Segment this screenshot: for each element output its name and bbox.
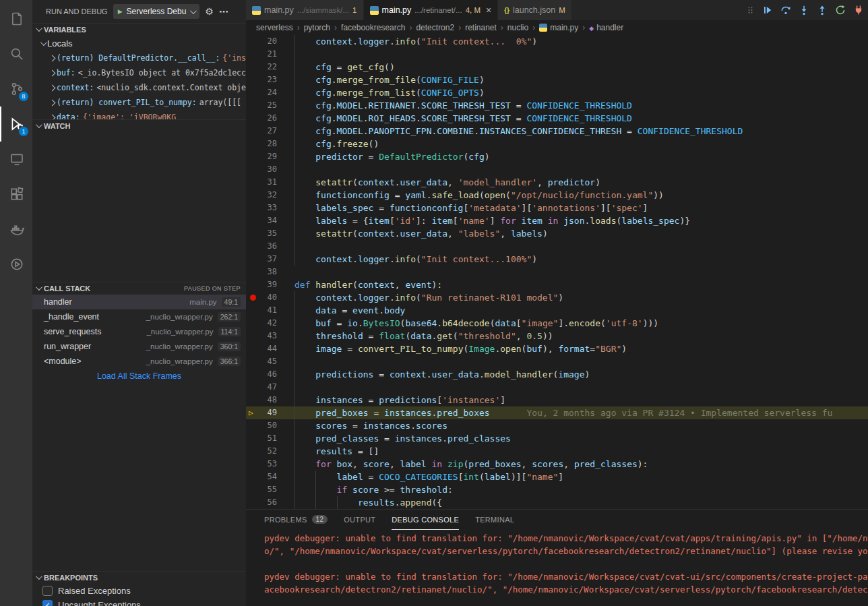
line-gutter[interactable]: 40 (246, 291, 277, 304)
line-gutter[interactable]: 31 (246, 176, 277, 189)
line-gutter[interactable]: 30 (246, 163, 277, 176)
breakpoint-row[interactable]: Raised Exceptions (32, 584, 246, 598)
restart-button[interactable] (835, 5, 846, 16)
panel-tab-debug-console[interactable]: DEBUG CONSOLE (392, 510, 459, 530)
code-line[interactable]: 25cfg.MODEL.RETINANET.SCORE_THRESH_TEST … (246, 99, 868, 112)
line-gutter[interactable]: 38 (246, 266, 277, 278)
line-gutter[interactable]: 28 (246, 138, 277, 150)
variable-row[interactable]: buf:<_io.BytesIO object at 0x7f5a2dc1ecc… (32, 65, 246, 80)
code-line[interactable]: 51pred_classes = instances.pred_classes (246, 432, 868, 445)
code-line[interactable]: 46predictions = context.user_data.model_… (246, 368, 868, 381)
line-gutter[interactable]: 35 (246, 227, 277, 240)
line-gutter[interactable]: 50 (246, 419, 277, 432)
breakpoint-row[interactable]: Uncaught Exceptions (32, 598, 246, 606)
code-line[interactable]: 23cfg.merge_from_file(CONFIG_FILE) (246, 73, 868, 86)
line-gutter[interactable]: 44 (246, 342, 277, 355)
variables-scope-locals[interactable]: Locals (32, 36, 246, 51)
step-into-button[interactable] (799, 5, 809, 16)
load-all-stack-frames-link[interactable]: Load All Stack Frames (32, 369, 246, 385)
step-over-button[interactable] (780, 5, 791, 16)
watch-section-header[interactable]: WATCH (32, 119, 246, 132)
code-line[interactable]: 43threshold = float(data.get("threshold"… (246, 330, 868, 342)
line-gutter[interactable]: 43 (246, 330, 277, 342)
line-gutter[interactable]: 21 (246, 48, 277, 61)
code-line[interactable]: 27cfg.MODEL.PANOPTIC_FPN.COMBINE.INSTANC… (246, 125, 868, 138)
code-line[interactable]: 34labels = {item['id']: item['name'] for… (246, 214, 868, 227)
line-gutter[interactable]: 37 (246, 253, 277, 266)
line-gutter[interactable]: 33 (246, 202, 277, 214)
code-line[interactable]: 49pred_boxes = instances.pred_boxesYou, … (246, 406, 868, 419)
line-gutter[interactable]: 52 (246, 445, 277, 458)
line-gutter[interactable]: 42 (246, 317, 277, 330)
breadcrumb-detectron2[interactable]: detectron2 (416, 23, 454, 32)
code-line[interactable]: 36 (246, 240, 868, 253)
stack-frame[interactable]: handlermain.py49:1 (32, 295, 246, 309)
code-line[interactable]: 54label = COCO_CATEGORIES[int(label)]["n… (246, 471, 868, 483)
call-stack-section-header[interactable]: CALL STACK PAUSED ON STEP (32, 282, 246, 295)
line-gutter[interactable]: 53 (246, 458, 277, 471)
breadcrumb-main-py[interactable]: main.py (539, 23, 578, 32)
code-line[interactable]: 26cfg.MODEL.ROI_HEADS.SCORE_THRESH_TEST … (246, 112, 868, 125)
code-line[interactable]: 44image = convert_PIL_to_numpy(Image.ope… (246, 342, 868, 355)
code-line[interactable]: 38 (246, 266, 868, 278)
variable-row[interactable]: data:{'image': 'iVBORw0KG (32, 110, 246, 119)
line-gutter[interactable]: 24 (246, 86, 277, 99)
breakpoints-section-header[interactable]: BREAKPOINTS (32, 571, 246, 584)
line-gutter[interactable]: 45 (246, 355, 277, 368)
stack-frame[interactable]: serve_requests_nuclio_wrapper.py114:1 (32, 324, 246, 339)
activity-extensions[interactable] (0, 177, 32, 212)
code-line[interactable]: 39def handler(context, event): (246, 278, 868, 291)
tab-main-py-retinanet[interactable]: main.py.../retinanet/...4, M (364, 0, 499, 20)
code-line[interactable]: 24cfg.merge_from_list(CONFIG_OPTS) (246, 86, 868, 99)
line-gutter[interactable]: 22 (246, 61, 277, 73)
breadcrumb-pytorch[interactable]: pytorch (304, 23, 330, 32)
line-gutter[interactable]: 41 (246, 304, 277, 317)
panel-tab-terminal[interactable]: TERMINAL (475, 510, 514, 530)
line-gutter[interactable]: 56 (246, 496, 277, 509)
debug-console-output[interactable]: pydev debugger: unable to find translati… (246, 530, 868, 606)
tab-main-py-siammask[interactable]: main.py.../siammask/...1 (246, 0, 364, 20)
disconnect-button[interactable] (853, 5, 864, 16)
code-line[interactable]: 32functionconfig = yaml.safe_load(open("… (246, 189, 868, 202)
line-gutter[interactable]: 23 (246, 73, 277, 86)
code-line[interactable]: 55if score >= threshold: (246, 483, 868, 496)
code-line[interactable]: 42buf = io.BytesIO(base64.b64decode(data… (246, 317, 868, 330)
stack-frame[interactable]: <module>_nuclio_wrapper.py366:1 (32, 354, 246, 369)
line-gutter[interactable]: 49 (246, 406, 277, 419)
line-gutter[interactable]: 32 (246, 189, 277, 202)
step-out-button[interactable] (817, 5, 828, 16)
activity-run-task[interactable] (0, 247, 32, 282)
line-gutter[interactable]: 54 (246, 471, 277, 483)
code-line[interactable]: 52results = [] (246, 445, 868, 458)
variable-row[interactable]: context:<nuclio_sdk.context.Context obje… (32, 80, 246, 95)
code-line[interactable]: 53for box, score, label in zip(pred_boxe… (246, 458, 868, 471)
line-gutter[interactable]: 51 (246, 432, 277, 445)
code-line[interactable]: 48instances = predictions['instances'] (246, 394, 868, 406)
line-gutter[interactable]: 48 (246, 394, 277, 406)
breadcrumb-nuclio[interactable]: nuclio (507, 23, 528, 32)
code-line[interactable]: 40context.logger.info("Run retinanet-R10… (246, 291, 868, 304)
activity-search[interactable] (0, 36, 32, 71)
line-gutter[interactable]: 34 (246, 214, 277, 227)
code-line[interactable]: 41data = event.body (246, 304, 868, 317)
code-line[interactable]: 45 (246, 355, 868, 368)
close-icon[interactable] (486, 5, 491, 15)
code-line[interactable]: 28cfg.freeze() (246, 138, 868, 150)
code-line[interactable]: 31setattr(context.user_data, 'model_hand… (246, 176, 868, 189)
panel-tab-problems[interactable]: PROBLEMS12 (264, 510, 328, 530)
breadcrumb-retinanet[interactable]: retinanet (465, 23, 497, 32)
code-line[interactable]: 50scores = instances.scores (246, 419, 868, 432)
variable-row[interactable]: (return) convert_PIL_to_numpy:array([[[ … (32, 95, 246, 110)
activity-docker[interactable] (0, 212, 32, 247)
line-gutter[interactable]: 26 (246, 112, 277, 125)
activity-source-control[interactable]: 8 (0, 71, 32, 107)
code-line[interactable]: 21 (246, 48, 868, 61)
checkbox[interactable] (42, 586, 53, 596)
breakpoint-icon[interactable] (250, 295, 256, 301)
tab-launch-json[interactable]: launch.jsonM (498, 0, 572, 20)
line-gutter[interactable]: 27 (246, 125, 277, 138)
code-line[interactable]: 20context.logger.info("Init context... 0… (246, 35, 868, 48)
activity-remote-explorer[interactable] (0, 142, 32, 177)
continue-button[interactable] (762, 5, 773, 16)
breadcrumb-serverless[interactable]: serverless (256, 23, 293, 32)
